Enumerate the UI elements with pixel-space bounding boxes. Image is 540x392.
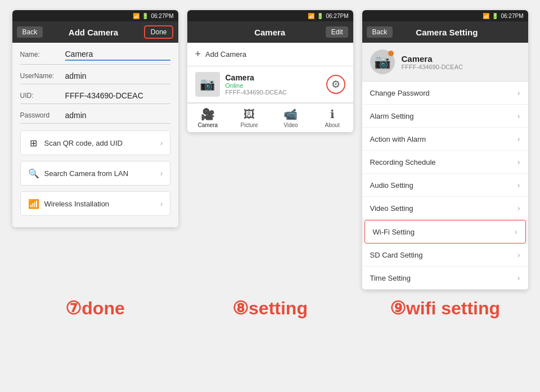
- label-done: ⑦done: [12, 298, 178, 319]
- label-num-7: ⑦: [65, 298, 82, 318]
- profile-avatar: 📷: [370, 49, 395, 74]
- setting-item-alarm-setting[interactable]: Alarm Setting›: [362, 105, 528, 128]
- chevron-icon: ›: [518, 204, 520, 213]
- setting-item-wi-fi-setting[interactable]: Wi-Fi Setting›: [364, 220, 526, 244]
- battery-icon-3: 🔋: [492, 13, 498, 19]
- setting-label: Recording Schedule: [370, 158, 436, 166]
- status-bar-3: 📶 🔋 06:27PM: [362, 10, 528, 21]
- battery-icon: 🔋: [142, 13, 148, 19]
- edit-button[interactable]: Edit: [326, 26, 349, 38]
- screen3-title: Camera Setting: [416, 28, 478, 37]
- label-username: UserName:: [20, 72, 65, 80]
- label-name: Name:: [20, 51, 65, 58]
- label-text-7: done: [82, 298, 124, 318]
- label-num-8: ⑧: [232, 298, 249, 318]
- setting-item-recording-schedule[interactable]: Recording Schedule›: [362, 151, 528, 174]
- form-row-username: UserName: admin: [20, 71, 170, 84]
- status-bar-2: 📶 🔋 06:27PM: [187, 10, 353, 21]
- chevron-icon: ›: [515, 227, 518, 236]
- camera-uid-label: FFFF-434690-DCEAC: [226, 89, 321, 96]
- time-2: 06:27PM: [326, 13, 348, 19]
- setting-item-action-with-alarm[interactable]: Action with Alarm›: [362, 128, 528, 151]
- chevron-icon: ›: [518, 157, 520, 166]
- setting-label: Wi-Fi Setting: [373, 228, 415, 236]
- chevron-icon: ›: [518, 250, 520, 259]
- about-nav-icon: ℹ: [330, 107, 335, 121]
- screen1-title: Add Camera: [69, 28, 118, 37]
- value-password: admin: [65, 111, 170, 120]
- wireless-install-label: Wireless Installation: [44, 200, 110, 208]
- screen2-body: + Add Camera 📷 Camera Online FFFF-434690…: [187, 43, 353, 132]
- add-camera-row[interactable]: + Add Camera: [187, 43, 353, 66]
- camera-name-label: Camera: [226, 73, 321, 82]
- qr-icon: ⊞: [28, 137, 40, 149]
- back-button-3[interactable]: Back: [367, 26, 393, 38]
- nav-about-label: About: [325, 122, 340, 128]
- profile-camera-uid: FFFF-434690-DCEAC: [402, 64, 463, 70]
- screens-container: 📶 🔋 06:27PM Back Add Camera Done Name: U…: [12, 10, 528, 290]
- search-icon: 🔍: [28, 167, 40, 179]
- setting-item-video-setting[interactable]: Video Setting›: [362, 197, 528, 220]
- scan-qr-label: Scan QR code, add UID: [44, 139, 123, 147]
- setting-item-sd-card-setting[interactable]: SD Card Setting›: [362, 244, 528, 267]
- battery-icon-2: 🔋: [317, 13, 323, 19]
- video-nav-icon: 📹: [284, 107, 298, 121]
- nav-camera-label: Camera: [198, 122, 218, 128]
- setting-label: Change Password: [370, 89, 430, 97]
- chevron-icon: ›: [518, 273, 520, 282]
- setting-label: Audio Setting: [370, 181, 413, 190]
- chevron-icon: ›: [518, 111, 520, 120]
- nav-picture-label: Picture: [241, 122, 258, 128]
- nav-about[interactable]: ℹ About: [312, 103, 353, 132]
- setting-label: Video Setting: [370, 204, 413, 213]
- label-setting: ⑧setting: [187, 298, 353, 319]
- screen3-body: 📷 Camera FFFF-434690-DCEAC Change Passwo…: [362, 43, 528, 290]
- time-1: 06:27PM: [151, 13, 173, 19]
- camera-nav-icon: 🎥: [201, 107, 215, 121]
- title-bar-2: Camera Edit: [187, 21, 353, 43]
- nav-video-label: Video: [284, 122, 298, 128]
- status-bar-1: 📶 🔋 06:27PM: [12, 10, 178, 21]
- signal-icon-3: 📶: [483, 13, 489, 19]
- label-text-9: wifi setting: [406, 298, 500, 318]
- form-row-password: Password admin: [20, 111, 170, 124]
- input-camera-name[interactable]: [65, 48, 170, 61]
- profile-info: Camera FFFF-434690-DCEAC: [402, 54, 463, 70]
- chevron-icon-1: ›: [160, 169, 163, 178]
- setting-label: Time Setting: [370, 274, 411, 282]
- wireless-install-button[interactable]: 📶 Wireless Installation ›: [20, 191, 170, 216]
- title-bar-1: Back Add Camera Done: [12, 21, 178, 43]
- setting-label: Alarm Setting: [370, 112, 414, 120]
- nav-video[interactable]: 📹 Video: [270, 103, 312, 132]
- setting-item-audio-setting[interactable]: Audio Setting›: [362, 174, 528, 197]
- back-button-1[interactable]: Back: [17, 26, 43, 38]
- setting-item-time-setting[interactable]: Time Setting›: [362, 267, 528, 290]
- camera-thumbnail: 📷: [195, 72, 220, 97]
- chevron-icon-0: ›: [160, 138, 163, 147]
- bottom-navigation: 🎥 Camera 🖼 Picture 📹 Video ℹ About: [187, 103, 353, 132]
- nav-camera[interactable]: 🎥 Camera: [187, 103, 229, 132]
- form-row-name: Name:: [20, 48, 170, 65]
- search-camera-button[interactable]: 🔍 Search Camera from LAN ›: [20, 161, 170, 186]
- screen2-title: Camera: [254, 28, 285, 37]
- picture-nav-icon: 🖼: [244, 108, 255, 121]
- done-button[interactable]: Done: [144, 25, 174, 39]
- settings-gear-button[interactable]: ⚙: [326, 75, 345, 94]
- label-num-9: ⑨: [390, 298, 406, 318]
- labels-row: ⑦done ⑧setting ⑨wifi setting: [6, 298, 534, 319]
- scan-qr-button[interactable]: ⊞ Scan QR code, add UID ›: [20, 130, 170, 155]
- wifi-icon: 📶: [28, 197, 40, 210]
- screen3-camera-setting: 📶 🔋 06:27PM Back Camera Setting 📷 Camera…: [362, 10, 528, 290]
- online-dot: [388, 51, 394, 56]
- value-uid: FFFF-434690-DCEAC: [65, 91, 170, 100]
- camera-info: Camera Online FFFF-434690-DCEAC: [226, 73, 321, 96]
- value-username: admin: [65, 71, 170, 80]
- chevron-icon: ›: [518, 181, 520, 190]
- camera-status-label: Online: [226, 82, 321, 89]
- screen1-body: Name: UserName: admin UID: FFFF-434690-D…: [12, 43, 178, 227]
- nav-picture[interactable]: 🖼 Picture: [228, 103, 270, 132]
- label-wifi-setting: ⑨wifi setting: [362, 298, 528, 319]
- camera-list-item: 📷 Camera Online FFFF-434690-DCEAC ⚙: [187, 66, 353, 103]
- setting-item-change-password[interactable]: Change Password›: [362, 82, 528, 105]
- time-3: 06:27PM: [501, 13, 523, 19]
